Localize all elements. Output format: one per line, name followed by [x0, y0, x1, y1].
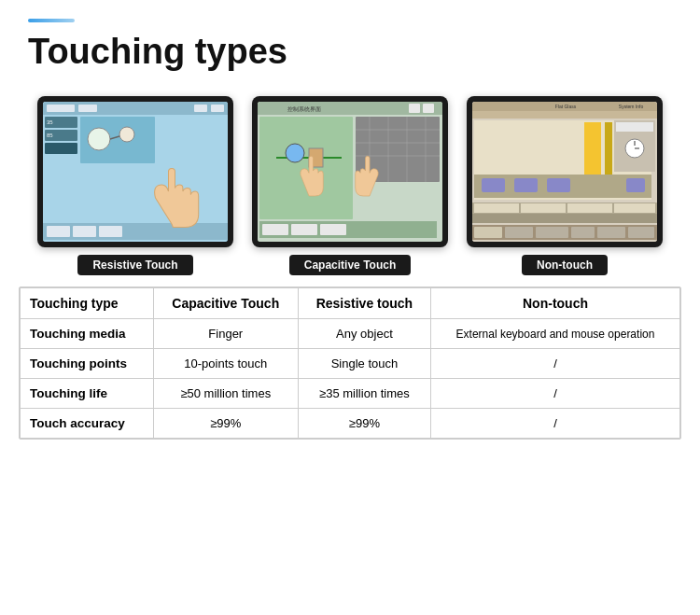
svg-rect-60	[474, 203, 519, 213]
table-label-life: Touching life	[21, 379, 154, 409]
svg-rect-23	[423, 104, 434, 113]
svg-point-34	[286, 144, 304, 162]
svg-rect-68	[571, 227, 595, 238]
svg-rect-46	[584, 122, 601, 178]
table-cell-accuracy-capacitive: ≥99%	[153, 409, 298, 439]
svg-rect-39	[320, 224, 346, 235]
monitor-capacitive: 控制系统界面	[252, 96, 448, 275]
svg-rect-47	[605, 122, 612, 178]
svg-rect-3	[78, 105, 97, 112]
svg-rect-22	[409, 104, 420, 113]
table-row-accuracy: Touch accuracy ≥99% ≥99% /	[21, 409, 680, 439]
svg-rect-70	[628, 227, 654, 238]
svg-rect-65	[474, 227, 502, 238]
monitor-label-capacitive: Capacitive Touch	[289, 255, 411, 275]
table-cell-points-resistive: Single touch	[298, 349, 430, 379]
table-label-media: Touching media	[21, 319, 154, 349]
page: Touching types	[0, 0, 700, 615]
svg-rect-50	[514, 178, 538, 192]
page-title: Touching types	[28, 32, 672, 72]
table-header-nontouch: Non-touch	[431, 288, 680, 319]
svg-rect-5	[211, 105, 224, 112]
table-cell-life-capacitive: ≥50 million times	[153, 379, 298, 409]
svg-text:控制系统界面: 控制系统界面	[287, 105, 321, 112]
table-cell-life-nontouch: /	[431, 379, 680, 409]
table-cell-media-nontouch: External keyboard and mouse operation	[431, 319, 680, 349]
table-cell-points-capacitive: 10-points touch	[153, 349, 298, 379]
table-cell-accuracy-nontouch: /	[431, 409, 680, 439]
svg-text:System Info: System Info	[619, 104, 644, 109]
svg-text:35: 35	[47, 119, 53, 125]
table-header-capacitive: Capacitive Touch	[153, 288, 298, 319]
table-cell-points-nontouch: /	[431, 349, 680, 379]
svg-rect-51	[547, 178, 570, 192]
monitor-frame-resistive: 35 85	[37, 96, 233, 247]
table-label-points: Touching points	[21, 349, 154, 379]
header-section: Touching types	[0, 0, 700, 96]
svg-rect-66	[505, 227, 533, 238]
svg-rect-10	[45, 143, 77, 154]
monitor-resistive: 35 85	[37, 96, 233, 275]
svg-point-13	[119, 127, 134, 142]
table-row-points: Touching points 10-points touch Single t…	[21, 349, 680, 379]
table-label-accuracy: Touch accuracy	[21, 409, 154, 439]
table-cell-media-resistive: Any object	[298, 319, 430, 349]
svg-rect-18	[99, 226, 122, 237]
monitor-nontouch: Flat Glass System Info	[467, 96, 663, 275]
monitor-frame-capacitive: 控制系统界面	[252, 96, 448, 247]
svg-text:Flat Glass: Flat Glass	[555, 104, 577, 109]
svg-rect-62	[567, 203, 612, 213]
svg-rect-59	[472, 214, 657, 223]
accent-line	[28, 19, 75, 22]
svg-rect-38	[291, 224, 317, 235]
table-header-resistive: Resistive touch	[298, 288, 430, 319]
svg-point-12	[88, 128, 110, 150]
table-row-life: Touching life ≥50 million times ≥35 mill…	[21, 379, 680, 409]
svg-rect-17	[73, 226, 96, 237]
monitor-screen-resistive: 35 85	[43, 102, 228, 242]
monitor-screen-capacitive: 控制系统界面	[258, 102, 442, 242]
svg-rect-42	[472, 111, 657, 119]
monitor-label-resistive: Resistive Touch	[77, 255, 192, 275]
table-cell-accuracy-resistive: ≥99%	[298, 409, 430, 439]
svg-rect-52	[626, 178, 645, 192]
svg-rect-15	[43, 223, 228, 240]
monitors-section: 35 85	[0, 96, 700, 275]
comparison-table: Touching type Capacitive Touch Resistive…	[19, 287, 681, 440]
svg-rect-37	[262, 224, 288, 235]
svg-text:85: 85	[47, 133, 53, 138]
table-row-media: Touching media Finger Any object Externa…	[21, 319, 680, 349]
svg-rect-67	[536, 227, 568, 238]
table-row-header: Touching type Capacitive Touch Resistive…	[21, 288, 680, 319]
monitor-frame-nontouch: Flat Glass System Info	[467, 96, 663, 247]
svg-rect-16	[47, 226, 70, 237]
table-cell-media-capacitive: Finger	[153, 319, 298, 349]
table-cell-life-resistive: ≥35 million times	[298, 379, 430, 409]
svg-rect-4	[194, 105, 207, 112]
monitor-screen-nontouch: Flat Glass System Info	[472, 102, 657, 242]
svg-rect-61	[521, 203, 566, 213]
monitor-label-nontouch: Non-touch	[522, 255, 608, 275]
svg-rect-63	[614, 203, 655, 213]
svg-rect-54	[616, 122, 653, 132]
svg-rect-24	[259, 117, 353, 219]
table-header-feature: Touching type	[21, 288, 154, 319]
svg-rect-2	[47, 105, 75, 112]
svg-rect-69	[597, 227, 625, 238]
svg-rect-49	[482, 178, 505, 192]
